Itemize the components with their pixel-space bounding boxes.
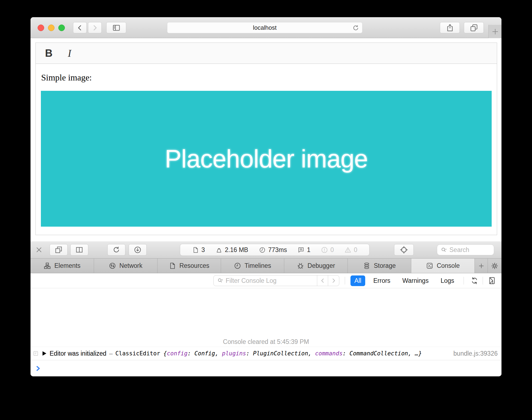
weight-icon <box>216 247 222 253</box>
message-bubble-icon <box>298 247 304 253</box>
console-filter-input[interactable] <box>226 277 307 284</box>
log-separator: – <box>106 350 115 357</box>
plus-icon <box>477 262 485 270</box>
minimize-window-button[interactable] <box>48 25 55 31</box>
placeholder-image[interactable]: Placeholder image <box>41 91 492 227</box>
close-window-button[interactable] <box>38 25 44 31</box>
debugger-icon <box>297 262 304 269</box>
reload-button[interactable] <box>352 24 359 32</box>
console-split-button[interactable] <box>486 275 498 286</box>
tab-storage[interactable]: Storage <box>348 259 411 273</box>
log-source-link[interactable]: bundle.js:39326 <box>454 350 498 357</box>
stat-documents-value: 3 <box>201 246 205 254</box>
preserve-log-button[interactable] <box>469 275 480 286</box>
elements-icon <box>44 262 51 269</box>
stat-console-messages[interactable]: 1 <box>298 246 310 254</box>
stat-errors[interactable]: 0 <box>321 246 334 254</box>
sidebar-toggle-button[interactable] <box>106 22 126 33</box>
search-input[interactable] <box>449 246 485 254</box>
log-object-preview[interactable]: {config: Config, plugins: PluginCollecti… <box>164 350 422 357</box>
scope-all[interactable]: All <box>350 275 365 286</box>
network-icon <box>109 262 116 269</box>
back-button[interactable] <box>73 22 87 33</box>
log-type-icon <box>33 350 39 356</box>
close-inspector-button[interactable] <box>35 246 43 254</box>
console-icon <box>426 262 433 269</box>
address-bar[interactable] <box>167 22 362 33</box>
scope-errors[interactable]: Errors <box>370 275 394 286</box>
bold-button[interactable]: B <box>43 46 55 61</box>
preview-key: commands <box>315 350 343 357</box>
editor-content-area[interactable]: Simple image: Placeholder image <box>36 64 497 235</box>
tab-elements[interactable]: Elements <box>31 259 94 273</box>
tab-overview-icon <box>470 23 478 32</box>
document-icon <box>192 247 199 253</box>
tab-overview-button[interactable] <box>464 22 484 33</box>
gear-icon <box>491 262 498 270</box>
preview-part: { <box>164 350 167 357</box>
editor-paragraph: Simple image: <box>41 73 92 83</box>
editor-toolbar: B I <box>36 43 497 64</box>
warning-icon <box>344 247 351 253</box>
inspector-toolbar: 3 2.16 MB 773ms 1 0 0 <box>31 241 501 259</box>
inspector-search-field[interactable] <box>437 244 494 255</box>
tab-storage-label: Storage <box>374 262 396 269</box>
sidebar-icon <box>112 23 121 32</box>
share-button[interactable] <box>440 22 460 33</box>
console-log-row[interactable]: Editor was initialized – ClassicEditor {… <box>31 347 501 360</box>
stat-transfer-size[interactable]: 2.16 MB <box>216 246 248 254</box>
tab-timelines[interactable]: Timelines <box>221 259 285 273</box>
divider <box>464 277 464 284</box>
console-cleared-row: Console cleared at 5:45:39 PM <box>31 337 501 347</box>
next-result-button[interactable] <box>328 275 339 286</box>
tab-network[interactable]: Network <box>94 259 158 273</box>
console-cleared-message: Console cleared at 5:45:39 PM <box>223 338 309 346</box>
log-class-name: ClassicEditor <box>115 350 160 357</box>
console-prompt-row[interactable] <box>31 360 501 376</box>
stat-errors-value: 0 <box>330 246 334 254</box>
stat-console-messages-value: 1 <box>307 246 310 254</box>
scope-logs[interactable]: Logs <box>437 275 458 286</box>
zoom-window-button[interactable] <box>58 25 65 31</box>
download-icon <box>134 246 142 254</box>
tab-console-label: Console <box>437 262 460 269</box>
console-filter-unit <box>213 275 339 286</box>
divider <box>483 277 483 284</box>
forward-icon <box>91 24 99 32</box>
plus-icon <box>491 28 499 36</box>
reload-icon <box>112 246 120 254</box>
console-filter-field[interactable] <box>214 275 317 286</box>
preview-key: plugins <box>222 350 246 357</box>
tab-console[interactable]: Console <box>411 259 475 273</box>
placeholder-image-label: Placeholder image <box>165 145 368 173</box>
download-button[interactable] <box>129 244 147 256</box>
previous-result-button[interactable] <box>317 275 328 286</box>
stat-transfer-size-value: 2.16 MB <box>225 246 248 254</box>
disclosure-triangle-icon[interactable] <box>43 351 46 356</box>
tab-resources[interactable]: Resources <box>158 259 221 273</box>
inspector-reload-button[interactable] <box>107 244 125 256</box>
tab-debugger[interactable]: Debugger <box>284 259 348 273</box>
log-message: Editor was initialized <box>50 350 106 357</box>
preview-key: config <box>167 350 188 357</box>
crosshair-icon <box>400 245 408 254</box>
tab-elements-label: Elements <box>54 262 80 269</box>
forward-button[interactable] <box>88 22 102 33</box>
new-tab-button[interactable] <box>488 25 501 38</box>
stat-load-time[interactable]: 773ms <box>259 246 287 254</box>
inspector-settings-button[interactable] <box>488 259 501 273</box>
element-picker-button[interactable] <box>394 244 414 256</box>
preview-part: : Config, <box>188 350 222 357</box>
stat-warnings[interactable]: 0 <box>344 246 357 254</box>
dock-to-window-button[interactable] <box>50 244 68 256</box>
scope-warnings[interactable]: Warnings <box>398 275 432 286</box>
dock-side-button[interactable] <box>70 244 88 256</box>
add-tab-button[interactable] <box>475 259 488 273</box>
address-input[interactable] <box>167 22 362 33</box>
italic-button[interactable]: I <box>64 46 75 61</box>
stat-documents[interactable]: 3 <box>192 246 205 254</box>
refresh-arrows-icon <box>470 277 479 285</box>
stat-load-time-value: 773ms <box>268 246 287 254</box>
split-view-icon <box>75 246 83 254</box>
console-panel: Console cleared at 5:45:39 PM Editor was… <box>31 288 501 376</box>
